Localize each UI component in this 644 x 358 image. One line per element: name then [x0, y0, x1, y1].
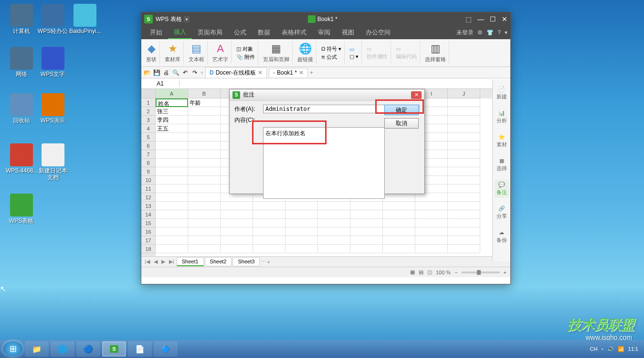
app-menu-dropdown[interactable]: ▾	[184, 16, 190, 22]
side-panel-item[interactable]: 📊分析	[495, 108, 509, 126]
skin-button[interactable]: ⬚	[465, 15, 472, 23]
ribbon-symbol[interactable]: Ω 符号 ▾	[321, 45, 341, 53]
cell[interactable]	[448, 219, 480, 228]
col-header[interactable]: B	[188, 89, 221, 98]
side-panel-item[interactable]: 💬备注	[495, 180, 509, 198]
minimize-button[interactable]: —	[477, 15, 484, 23]
cell[interactable]	[188, 133, 221, 141]
settings-icon[interactable]: ⚙	[477, 29, 483, 36]
cell[interactable]	[350, 210, 383, 219]
row-header[interactable]: 11	[141, 184, 156, 193]
ribbon-formctrl2[interactable]: ▢ ▾	[349, 54, 359, 60]
tab-close-icon[interactable]: ✕	[299, 69, 304, 76]
side-panel-item[interactable]: ☁备份	[495, 228, 509, 246]
cell[interactable]	[448, 245, 480, 253]
sheet-nav-prev[interactable]: ◀	[152, 259, 159, 265]
new-sheet[interactable]: +	[267, 259, 270, 265]
cell[interactable]	[253, 219, 285, 228]
cell[interactable]	[285, 236, 318, 245]
side-panel-item[interactable]: ⭐素材	[495, 132, 509, 150]
ribbon-shape[interactable]: ◆形状	[143, 41, 160, 65]
row-header[interactable]: 18	[141, 245, 156, 253]
cell[interactable]	[188, 150, 221, 159]
cell[interactable]	[188, 159, 221, 167]
cell[interactable]: 姓名	[156, 98, 188, 107]
sheet-menu[interactable]: ⋯	[261, 259, 266, 265]
cell[interactable]	[448, 193, 480, 202]
cell[interactable]	[448, 228, 480, 236]
cell[interactable]	[188, 228, 221, 236]
save-icon[interactable]: 💾	[153, 69, 160, 76]
maximize-button[interactable]: ☐	[490, 15, 496, 23]
menu-tab[interactable]: 办公空间	[360, 26, 396, 39]
ribbon-hyperlink[interactable]: 🌐超链接	[295, 41, 317, 65]
ribbon-select-pane[interactable]: ▥选择窗格	[422, 41, 449, 65]
menu-tab[interactable]: 页面布局	[192, 26, 228, 39]
ok-button[interactable]: 确定	[384, 105, 419, 115]
row-header[interactable]: 8	[141, 159, 156, 167]
side-panel-item[interactable]: ▦选择	[495, 156, 509, 174]
cell[interactable]	[156, 159, 188, 167]
cell[interactable]	[448, 150, 480, 159]
cell[interactable]	[221, 245, 253, 253]
row-header[interactable]: 4	[141, 124, 156, 133]
task-explorer[interactable]: 📁	[25, 341, 49, 357]
tab-book1[interactable]: ▫ Book1 * ✕	[269, 68, 308, 77]
sheet-nav-first[interactable]: |◀	[143, 259, 151, 265]
login-link[interactable]: 未登录	[456, 29, 474, 37]
cell[interactable]: 年龄	[188, 98, 221, 107]
sheet-tab[interactable]: Sheet3	[232, 257, 260, 266]
cell[interactable]	[188, 193, 221, 202]
cell[interactable]	[188, 167, 221, 176]
dialog-title-bar[interactable]: S 批注 ✕	[230, 89, 424, 101]
sheet-tab[interactable]: Sheet2	[205, 257, 232, 266]
desktop-icon[interactable]: WPS文字	[37, 47, 68, 77]
preview-icon[interactable]: 🔍	[172, 69, 179, 76]
cell[interactable]	[285, 210, 318, 219]
cell[interactable]	[383, 245, 415, 253]
cell[interactable]	[448, 167, 480, 176]
cell[interactable]	[156, 133, 188, 141]
row-header[interactable]: 9	[141, 167, 156, 176]
zoom-level[interactable]: 100 %	[436, 270, 451, 275]
cell[interactable]	[448, 133, 480, 141]
row-header[interactable]: 14	[141, 210, 156, 219]
col-header[interactable]: A	[156, 89, 188, 98]
cell[interactable]	[448, 176, 480, 184]
start-button[interactable]: ⊞	[3, 341, 23, 357]
row-header[interactable]: 15	[141, 219, 156, 228]
tab-docer[interactable]: D Docer-在线模板 ✕	[205, 67, 267, 78]
cell[interactable]	[156, 193, 188, 202]
ribbon-wordart[interactable]: A艺术字	[210, 41, 232, 65]
select-all-corner[interactable]	[141, 89, 156, 98]
cell[interactable]	[415, 210, 448, 219]
cell[interactable]	[383, 210, 415, 219]
cell[interactable]: 李四	[156, 116, 188, 124]
close-button[interactable]: ✕	[502, 15, 507, 23]
task-chrome[interactable]: 🔵	[76, 341, 100, 357]
row-header[interactable]: 13	[141, 202, 156, 210]
cell[interactable]	[383, 236, 415, 245]
view-normal-icon[interactable]: ▦	[410, 269, 415, 275]
undo-icon[interactable]: ↶	[181, 69, 189, 76]
cell[interactable]: 张三	[156, 107, 188, 116]
cell[interactable]	[156, 210, 188, 219]
row-header[interactable]: 5	[141, 133, 156, 141]
cell[interactable]	[253, 228, 285, 236]
cell[interactable]	[448, 116, 480, 124]
menu-tab[interactable]: 开始	[144, 26, 168, 39]
cell[interactable]	[221, 228, 253, 236]
tray-lang[interactable]: CH	[590, 346, 598, 352]
cell[interactable]	[350, 236, 383, 245]
zoom-in[interactable]: +	[504, 270, 507, 275]
cell[interactable]	[156, 150, 188, 159]
tab-close-icon[interactable]: ✕	[258, 69, 263, 76]
cell[interactable]	[188, 184, 221, 193]
cancel-button[interactable]: 取消	[384, 118, 419, 129]
cell[interactable]	[350, 228, 383, 236]
tray-network-icon[interactable]: 📶	[618, 346, 624, 352]
cell[interactable]	[156, 184, 188, 193]
cell[interactable]: 王五	[156, 124, 188, 133]
new-tab-icon[interactable]: +	[310, 69, 313, 76]
menu-tab[interactable]: 表格样式	[276, 26, 312, 39]
